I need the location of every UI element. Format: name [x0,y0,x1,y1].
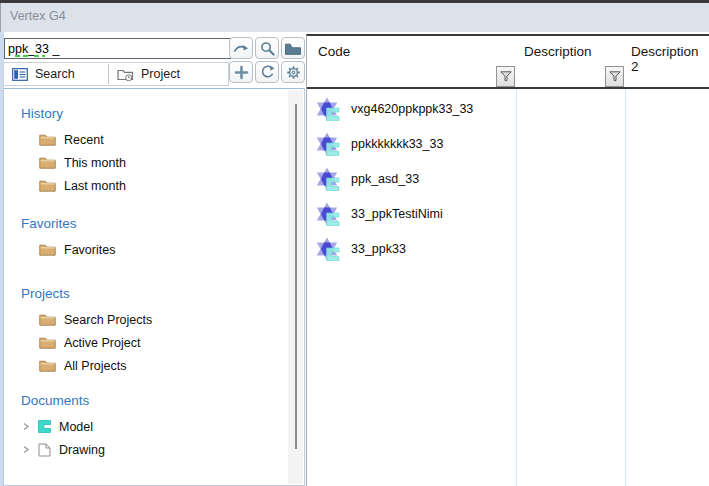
add-button[interactable] [229,61,253,83]
sidebar-item-label: Recent [64,133,104,147]
results-panel: Code Description Description 2 [306,34,709,486]
sidebar-item-drawing[interactable]: Drawing [20,438,282,461]
row-code: ppkkkkkkk33_33 [351,137,443,151]
sidebar-item-label: Search Projects [64,313,152,327]
vertex-g4-window: Vertex G4 [0,0,709,486]
search-form-icon [12,68,28,81]
folder-icon [39,179,56,192]
refresh-icon [259,64,276,81]
plus-icon [233,64,250,81]
sidebar-item-label: All Projects [64,359,127,373]
expand-chevron-icon[interactable] [20,445,32,454]
drawing-document-icon [38,443,51,457]
folder-icon [39,336,56,349]
model-star-icon [316,202,344,226]
section-history: History Recent This month Last month [4,105,282,197]
model-star-icon [316,132,344,156]
gear-icon [285,64,302,81]
project-folder-clock-icon [117,67,134,81]
magnifier-icon [259,40,276,57]
tab-search-label: Search [35,67,75,81]
refresh-button[interactable] [255,61,279,83]
folder-icon [39,359,56,372]
section-title: Projects [21,285,282,303]
results-rows: vxg4620ppkppk33_33 ppkkkkkkk33_33 [307,91,709,266]
expand-chevron-icon[interactable] [20,422,32,431]
section-favorites: Favorites Favorites [4,215,282,261]
funnel-icon [609,71,621,82]
find-button[interactable] [255,37,279,59]
sidebar-item-favorites[interactable]: Favorites [39,238,282,261]
section-title: Documents [21,392,282,410]
table-row[interactable]: vxg4620ppkppk33_33 [307,91,709,126]
column-header-description[interactable]: Description [524,44,592,59]
sidebar-scrollbar-thumb[interactable] [295,104,297,449]
section-projects: Projects Search Projects Active Project … [4,285,282,377]
search-field-wrap [4,38,231,59]
sidebar-item-label: Active Project [64,336,140,350]
navigation-sidebar: History Recent This month Last month Fav… [3,88,305,486]
go-search-button[interactable] [229,37,253,59]
sidebar-scrollbar-track [288,90,303,484]
table-row[interactable]: 33_ppkTestiNimi [307,196,709,231]
window-title: Vertex G4 [10,9,66,23]
search-project-tabstrip: Search Project [3,62,229,86]
model-star-icon [316,167,344,191]
sidebar-item-model[interactable]: Model [20,415,282,438]
row-code: ppk_asd_33 [351,172,419,186]
filter-button-description[interactable] [605,66,624,87]
folder-icon [39,133,56,146]
search-input[interactable] [4,38,231,59]
row-code: vxg4620ppkppk33_33 [351,102,473,116]
sidebar-item-label: This month [64,156,126,170]
row-code: 33_ppk33 [351,242,406,256]
tab-project-label: Project [141,67,180,81]
sidebar-item-label: Model [59,420,93,434]
arrow-right-icon [232,40,250,56]
section-title: History [21,105,282,123]
sidebar-item-this-month[interactable]: This month [39,151,282,174]
table-row[interactable]: 33_ppk33 [307,231,709,266]
settings-button[interactable] [281,61,305,83]
section-documents: Documents Model Drawing [4,392,282,461]
model-star-icon [316,97,344,121]
model-document-icon [38,420,51,433]
tab-search[interactable]: Search [4,63,108,85]
folder-icon [39,313,56,326]
table-row[interactable]: ppk_asd_33 [307,161,709,196]
sidebar-item-active-project[interactable]: Active Project [39,331,282,354]
folder-icon [284,41,302,56]
titlebar: Vertex G4 [0,3,709,32]
sidebar-item-last-month[interactable]: Last month [39,174,282,197]
folder-icon [39,243,56,256]
sidebar-item-label: Drawing [59,443,105,457]
filter-button-code[interactable] [496,66,515,87]
row-code: 33_ppkTestiNimi [351,207,443,221]
table-row[interactable]: ppkkkkkkk33_33 [307,126,709,161]
sidebar-item-search-projects[interactable]: Search Projects [39,308,282,331]
section-title: Favorites [21,215,282,233]
browse-folder-button[interactable] [281,37,305,59]
sidebar-item-label: Last month [64,179,126,193]
results-table-header: Code Description Description 2 [307,36,709,89]
model-star-icon [316,237,344,261]
column-header-description2[interactable]: Description 2 [631,44,709,74]
folder-icon [39,156,56,169]
funnel-icon [500,71,512,82]
tab-project[interactable]: Project [109,63,192,85]
column-header-code[interactable]: Code [318,44,350,59]
sidebar-item-label: Favorites [64,243,115,257]
sidebar-item-recent[interactable]: Recent [39,128,282,151]
sidebar-item-all-projects[interactable]: All Projects [39,354,282,377]
